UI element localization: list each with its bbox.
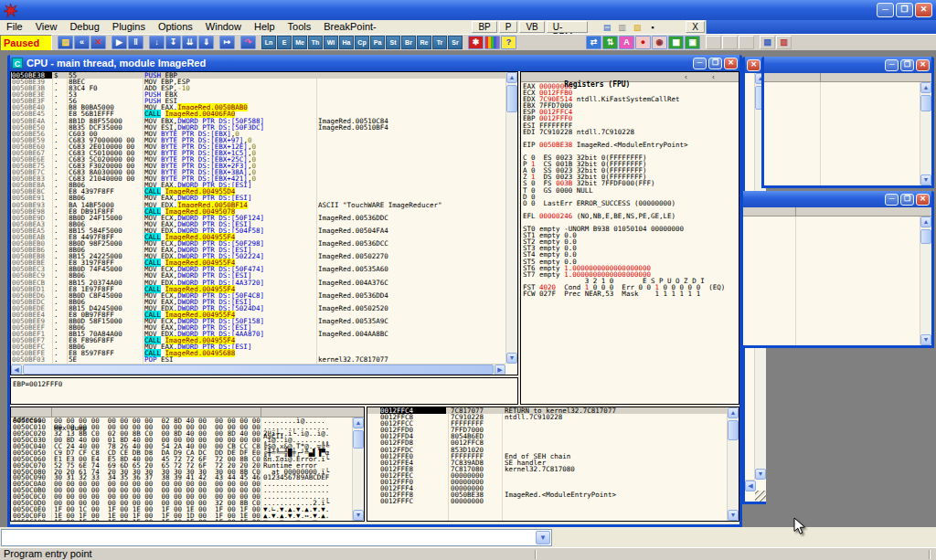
hexdump-scrollbar[interactable]: ▲ ▼ (352, 417, 364, 521)
stack-row[interactable]: 0012FFF80050BE38ImageRed.<ModuleEntryPoi… (367, 491, 727, 498)
menubar-button-u-bpm[interactable]: U-BPM (547, 21, 588, 33)
scroll-down-icon[interactable]: ▼ (353, 510, 364, 521)
stack-scrollbar[interactable]: ▲ ▼ (727, 407, 739, 521)
menu-item-options[interactable]: Options (152, 20, 199, 34)
column-header-row[interactable]: Comment (764, 73, 931, 82)
close-program-button[interactable]: ✕ (90, 36, 106, 49)
disasm-row[interactable]: 0050BE83.C683 21040000 00MOV BYTE PTR DS… (11, 175, 505, 182)
cpu-titlebar[interactable]: C CPU - main thread, module ImageRed ─ ❐… (10, 55, 739, 71)
menu-item-debug[interactable]: Debug (63, 20, 105, 34)
pause-button[interactable]: ‖ (128, 36, 144, 49)
folder-open-icon[interactable]: ▨ (631, 21, 644, 33)
minimize-icon[interactable]: ─ (885, 194, 899, 206)
pane-button-pa[interactable]: Pa (370, 36, 385, 49)
cpu-window[interactable]: C CPU - main thread, module ImageRed ─ ❐… (7, 55, 742, 527)
resize-grip[interactable] (755, 491, 766, 502)
restore-button[interactable]: ❐ (896, 3, 913, 17)
disassembly-pane[interactable]: 0050BE38$55PUSH EBP0050BE39.8BECMOV EBP,… (10, 71, 518, 375)
window-button[interactable]: ▣ (685, 36, 700, 49)
spiral-button[interactable]: ◉ (652, 36, 667, 49)
combobox-dropdown-icon[interactable]: ▼ (536, 531, 550, 544)
minimize-icon[interactable]: ─ (885, 59, 899, 71)
comment-window-middle[interactable]: ─ ❐ ✕ Comment ▲ ▼ (740, 191, 934, 348)
menu-item-plugins[interactable]: Plugins (106, 20, 152, 34)
column-header-row[interactable]: Comment (743, 207, 931, 217)
pane-button-me[interactable]: Me (292, 36, 307, 49)
disasm-row[interactable]: 0050BED6.8B0D C8F45000MOV ECX,DWORD PTR … (11, 292, 505, 299)
register-line[interactable]: O 0 LastErr ERROR_SUCCESS (00000000) (523, 200, 739, 206)
register-line[interactable]: EDI 7C910228 ntdll.7C910228 (523, 129, 739, 135)
scroll-up-icon[interactable]: ▲ (728, 407, 739, 418)
disasm-row[interactable]: 0050BEF7.E8 F896F8FFCALL ImageRed.004955… (11, 337, 505, 343)
maximize-icon[interactable]: ❐ (900, 59, 914, 71)
hexdump-listing[interactable]: 0050C00000 00 00 00 00 00 00 00 02 8D 40… (11, 417, 352, 521)
menubar-button-p[interactable]: P (499, 21, 518, 33)
step-over-button[interactable]: ↧ (165, 36, 181, 49)
go-to-address-button[interactable]: ↷ (240, 36, 256, 49)
pane-button-sr[interactable]: Sr (448, 36, 463, 49)
pane-button-st[interactable]: St (386, 36, 400, 49)
disasm-row[interactable]: 0050BE38$55PUSH EBP (11, 72, 505, 79)
disassembly-hscrollbar[interactable]: ◀ ▶ (11, 364, 505, 375)
hexdump-pane[interactable]: Address Hex dump ASCII 0050C00000 00 00 … (10, 407, 365, 522)
run-button[interactable]: ▶ (112, 36, 127, 49)
stack-row[interactable]: 0012FFE87C817080kernel32.7C817080 (367, 466, 727, 472)
help-button[interactable]: ? (501, 36, 516, 49)
scroll-up-icon[interactable]: ▲ (353, 417, 364, 428)
stack-row[interactable]: 0012FFEC00000000 (367, 472, 727, 479)
close-button[interactable]: ✕ (915, 3, 932, 17)
register-line[interactable]: FCW 027F Prec NEAR,53 Mask 1 1 1 1 1 1 (523, 291, 739, 297)
scroll-down-icon[interactable]: ▼ (920, 334, 931, 345)
stack-row[interactable]: 0012FFFC00000000 (367, 498, 727, 504)
stack-row[interactable]: 0012FFD80012FFC8 (367, 439, 727, 446)
breakpoint-dot-button[interactable]: ● (635, 36, 651, 49)
stack-row[interactable]: 0012FFCCFFFFFFFF (367, 420, 727, 427)
close-icon[interactable]: ✕ (724, 58, 738, 69)
empty-button[interactable] (722, 36, 738, 49)
stack-row[interactable]: 0012FFE0FFFFFFFFEnd of SEH chain (367, 453, 727, 460)
pane-button-ln[interactable]: Ln (261, 36, 276, 49)
menu-item-file[interactable]: File (0, 20, 29, 34)
empty-button[interactable] (706, 36, 721, 49)
scrollbar-thumb[interactable] (920, 95, 931, 111)
minimize-button[interactable]: ─ (877, 3, 894, 17)
stack-listing[interactable]: 0012FFC47C817077RETURN to kernel32.7C817… (367, 407, 727, 521)
close-icon[interactable]: ✕ (747, 59, 760, 71)
scroll-down-icon[interactable]: ▼ (920, 174, 931, 185)
stack-row[interactable]: 0012FFD07FFD7000 (367, 427, 727, 433)
register-line[interactable]: EIP 0050BE38 ImageRed.<ModuleEntryPoint> (523, 142, 739, 148)
disasm-row[interactable]: 0050BEB0.8B0D 98F25000MOV ECX,DWORD PTR … (11, 240, 505, 247)
scrollbar-thumb[interactable] (353, 430, 364, 449)
animate-over-button[interactable]: ⇓ (198, 36, 214, 49)
pane-button-ha[interactable]: Ha (339, 36, 354, 49)
animate-into-button[interactable]: ⇊ (182, 36, 197, 49)
maximize-icon[interactable]: ❐ (708, 58, 722, 69)
scroll-left-icon[interactable]: ◀ (11, 365, 22, 375)
hit-trace-button[interactable]: ▦ (668, 36, 684, 49)
menubar-button-vb[interactable]: VB (519, 21, 544, 33)
disassembly-vscrollbar[interactable]: ▲ ▼ (505, 72, 517, 364)
pane-button-th[interactable]: Th (308, 36, 323, 49)
comment-list[interactable] (764, 82, 920, 185)
disassembly-listing[interactable]: 0050BE38$55PUSH EBP0050BE39.8BECMOV EBP,… (11, 72, 505, 364)
doc-list-button[interactable]: ▤ (760, 36, 775, 49)
register-line[interactable]: EFL 00000246 (NO,NB,E,BE,NS,PE,GE,LE) (523, 213, 739, 219)
scroll-up-icon[interactable]: ▲ (920, 82, 931, 93)
step-into-button[interactable]: ↓ (149, 36, 165, 49)
scroll-up-icon[interactable]: ▲ (506, 72, 517, 83)
scroll-down-icon[interactable]: ▼ (728, 510, 739, 521)
menu-item-breakpoint[interactable]: BreakPoint-> (317, 20, 387, 34)
scroll-up-icon[interactable]: ▲ (920, 217, 931, 227)
stack-row[interactable]: 0012FFC87C910228ntdll.7C910228 (367, 414, 727, 420)
menu-item-help[interactable]: Help (248, 20, 282, 34)
empty-button[interactable] (739, 36, 754, 49)
chevron-left-icon[interactable]: ‹ (711, 73, 716, 81)
execute-till-return-button[interactable]: ↦ (219, 36, 235, 49)
command-combobox[interactable]: ▼ (1, 529, 552, 546)
settings-gear-button[interactable]: ✱ (468, 36, 484, 49)
restart-button[interactable]: « (74, 36, 90, 49)
open-file-button[interactable]: ▨ (58, 36, 73, 49)
disasm-row[interactable]: 0050BE9D.8B0D 24F15000MOV ECX,DWORD PTR … (11, 215, 505, 221)
close-icon[interactable]: ✕ (916, 194, 930, 206)
scroll-down-icon[interactable]: ▼ (755, 469, 766, 480)
